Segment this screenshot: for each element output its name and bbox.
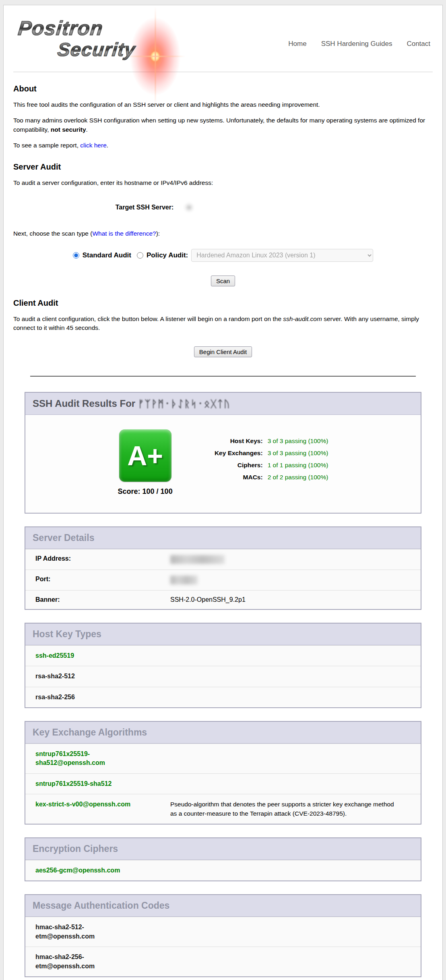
- scan-button-row: Scan: [13, 276, 433, 286]
- score-label: Score: 100 / 100: [118, 487, 173, 496]
- stat-row-host-keys: Host Keys: 3 of 3 passing (100%): [198, 435, 328, 447]
- stat-row-key-exchanges: Key Exchanges: 3 of 3 passing (100%): [198, 447, 328, 459]
- results-body: A+ Score: 100 / 100 Host Keys: 3 of 3 pa…: [25, 415, 421, 513]
- scan-type-line: Next, choose the scan type (What is the …: [13, 229, 433, 238]
- mac-row: hmac-sha2-512-etm@openssh.com: [25, 917, 421, 947]
- stat-value: 3 of 3 passing (100%): [268, 435, 328, 447]
- results-panel-header: SSH Audit Results For ᚠᛉᚹᛗ᛫ᚦᛇᚱᛋ᛫ᛟᚷᛏᚢ: [25, 393, 421, 415]
- host-key-types-header: Host Key Types: [25, 624, 421, 645]
- section-divider: [30, 376, 416, 377]
- stat-label: Key Exchanges:: [198, 447, 263, 459]
- key-exchange-panel: Key Exchange Algorithms sntrup761x25519-…: [25, 721, 421, 825]
- stat-value: 1 of 1 passing (100%): [268, 459, 328, 471]
- mac-name: hmac-sha2-512-etm@openssh.com: [35, 923, 137, 941]
- server-details-header: Server Details: [25, 527, 421, 549]
- grade-letter: A+: [127, 440, 163, 471]
- policy-audit-label: Policy Audit:: [147, 251, 188, 259]
- detail-row-port: Port:: [25, 570, 421, 590]
- nav-contact-link[interactable]: Contact: [407, 40, 430, 48]
- logo-text-line2: Security: [56, 38, 136, 60]
- standard-audit-label: Standard Audit: [83, 251, 131, 259]
- policy-audit-radio[interactable]: [137, 252, 143, 259]
- target-server-row: Target SSH Server:: [13, 199, 433, 215]
- client-audit-paragraph: To audit a client configuration, click t…: [13, 315, 433, 333]
- scan-type-radio-row: Standard Audit Policy Audit: Hardened Am…: [13, 249, 433, 262]
- port-value-censored: [170, 576, 198, 584]
- nav-ssh-hardening-guides-link[interactable]: SSH Hardening Guides: [321, 40, 392, 48]
- kex-note: Pseudo-algorithm that denotes the peer s…: [170, 800, 396, 818]
- about-paragraph-2: Too many admins overlook SSH configurati…: [13, 116, 433, 134]
- client-audit-title: Client Audit: [13, 298, 433, 308]
- stat-value: 2 of 2 passing (100%): [268, 471, 328, 483]
- results-hostname-censored: ᚠᛉᚹᛗ᛫ᚦᛇᚱᛋ᛫ᛟᚷᛏᚢ: [138, 398, 231, 410]
- stat-label: Ciphers:: [198, 459, 263, 471]
- detail-row-banner: Banner: SSH-2.0-OpenSSH_9.2p1: [25, 590, 421, 609]
- detail-row-ip: IP Address:: [25, 549, 421, 570]
- logo-text-line1: Positron: [17, 17, 104, 40]
- stat-label: Host Keys:: [198, 435, 263, 447]
- target-server-label: Target SSH Server:: [116, 204, 174, 211]
- ip-address-label: IP Address:: [35, 555, 170, 564]
- scan-type-text-b: ):: [156, 230, 160, 237]
- grade-block: A+ Score: 100 / 100: [118, 429, 173, 496]
- stat-row-macs: MACs: 2 of 2 passing (100%): [198, 471, 328, 483]
- about-paragraph-3: To see a sample report, click here.: [13, 141, 433, 150]
- host-key-row: rsa-sha2-512: [25, 666, 421, 686]
- port-label: Port:: [35, 576, 170, 584]
- client-audit-text-a: To audit a client configuration, click t…: [13, 315, 283, 322]
- about-p2-bold: not security: [51, 126, 86, 133]
- stat-label: MACs:: [198, 471, 263, 483]
- macs-header: Message Authentication Codes: [25, 895, 421, 917]
- main-content-card: Positron Security Home SSH Hardening Gui…: [3, 5, 443, 980]
- results-title-prefix: SSH Audit Results For: [33, 398, 138, 409]
- top-nav: Home SSH Hardening Guides Contact: [288, 40, 430, 48]
- encryption-ciphers-header: Encryption Ciphers: [25, 838, 421, 860]
- encryption-ciphers-panel: Encryption Ciphers aes256-gcm@openssh.co…: [25, 837, 421, 881]
- about-p2-period: .: [86, 126, 88, 133]
- kex-name: sntrup761x25519-sha512@openssh.com: [35, 750, 137, 768]
- cipher-row: aes256-gcm@openssh.com: [25, 860, 421, 881]
- mac-row: hmac-sha2-256-etm@openssh.com: [25, 947, 421, 976]
- results-stats: Host Keys: 3 of 3 passing (100%) Key Exc…: [198, 435, 328, 483]
- host-key-name: rsa-sha2-256: [35, 693, 137, 702]
- sample-report-link[interactable]: click here: [80, 142, 106, 149]
- nav-home-link[interactable]: Home: [288, 40, 306, 48]
- host-key-types-panel: Host Key Types ssh-ed25519 rsa-sha2-512 …: [25, 623, 421, 708]
- host-key-name: rsa-sha2-512: [35, 672, 137, 681]
- client-audit-button-row: Begin Client Audit: [13, 346, 433, 357]
- server-details-panel: Server Details IP Address: Port: Banner:…: [25, 526, 421, 610]
- ip-address-value-censored: [170, 555, 225, 564]
- cipher-name: aes256-gcm@openssh.com: [35, 866, 137, 875]
- target-server-input-censored[interactable]: [177, 199, 330, 215]
- scan-type-text-a: Next, choose the scan type (: [13, 230, 92, 237]
- begin-client-audit-button[interactable]: Begin Client Audit: [194, 346, 252, 357]
- kex-row: sntrup761x25519-sha512@openssh.com: [25, 744, 421, 773]
- ssh-audit-results-panel: SSH Audit Results For ᚠᛉᚹᛗ᛫ᚦᛇᚱᛋ᛫ᛟᚷᛏᚢ A+ …: [25, 392, 421, 514]
- positron-security-logo[interactable]: Positron Security: [13, 17, 202, 72]
- about-title: About: [13, 84, 433, 93]
- host-key-row: rsa-sha2-256: [25, 687, 421, 707]
- banner-value: SSH-2.0-OpenSSH_9.2p1: [170, 596, 246, 603]
- key-exchange-header: Key Exchange Algorithms: [25, 722, 421, 744]
- macs-panel: Message Authentication Codes hmac-sha2-5…: [25, 894, 421, 977]
- server-audit-title: Server Audit: [13, 162, 433, 172]
- kex-name: kex-strict-s-v00@openssh.com: [35, 800, 137, 818]
- site-header: Positron Security Home SSH Hardening Gui…: [13, 17, 433, 72]
- kex-name: sntrup761x25519-sha512: [35, 779, 137, 788]
- mac-name: hmac-sha2-256-etm@openssh.com: [35, 953, 137, 971]
- kex-row: sntrup761x25519-sha512: [25, 773, 421, 794]
- policy-select[interactable]: Hardened Amazon Linux 2023 (version 1): [191, 249, 373, 262]
- stat-value: 3 of 3 passing (100%): [268, 447, 328, 459]
- host-key-name: ssh-ed25519: [35, 651, 137, 660]
- about-p3-period: .: [107, 142, 108, 149]
- about-p3-text: To see a sample report,: [13, 142, 80, 149]
- host-key-row: ssh-ed25519: [25, 645, 421, 666]
- kex-row: kex-strict-s-v00@openssh.com Pseudo-algo…: [25, 794, 421, 824]
- standard-audit-radio[interactable]: [73, 252, 79, 259]
- scan-button[interactable]: Scan: [211, 276, 235, 286]
- grade-badge: A+: [119, 429, 171, 482]
- stat-row-ciphers: Ciphers: 1 of 1 passing (100%): [198, 459, 328, 471]
- client-audit-domain: ssh-audit.com: [283, 315, 322, 322]
- server-audit-intro: To audit a server configuration, enter i…: [13, 178, 433, 187]
- what-is-the-difference-link[interactable]: What is the difference?: [92, 230, 156, 237]
